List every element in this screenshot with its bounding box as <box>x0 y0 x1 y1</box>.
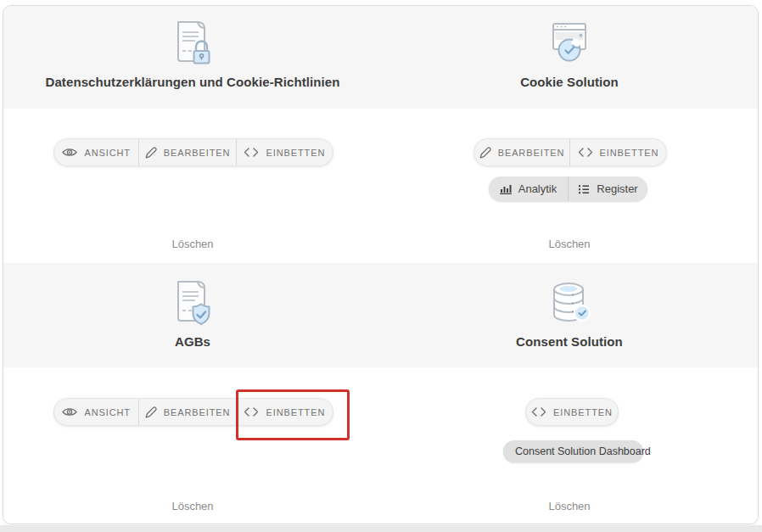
document-lock-icon <box>168 19 217 67</box>
pencil-icon <box>145 406 157 418</box>
integrations-panel: Datenschutzerklärungen und Cookie-Richtl… <box>3 5 759 524</box>
actions-row-privacy-cookie: ANSICHT BEARBEITEN EINBETTEN BEARBEI <box>3 109 758 263</box>
agb-view-button[interactable]: ANSICHT <box>54 399 138 425</box>
cookie-edit-label: BEARBEITEN <box>498 148 565 158</box>
cookie-action-group: BEARBEITEN EINBETTEN <box>473 138 667 166</box>
privacy-banner: Datenschutzerklärungen und Cookie-Richtl… <box>3 6 382 121</box>
code-icon <box>578 148 593 157</box>
cookie-analytics-label: Analytik <box>518 182 557 195</box>
list-icon <box>578 184 590 194</box>
consent-delete-link[interactable]: Löschen <box>380 500 759 512</box>
agb-title: AGBs <box>175 334 210 349</box>
pencil-icon <box>145 147 157 159</box>
code-icon <box>531 407 546 417</box>
banner-row-agb-consent: AGBs Consent Solution <box>3 263 758 367</box>
privacy-edit-button[interactable]: BEARBEITEN <box>138 139 235 165</box>
privacy-title: Datenschutzerklärungen und Cookie-Richtl… <box>45 75 339 89</box>
bar-chart-icon <box>500 183 512 194</box>
database-check-icon <box>546 279 592 327</box>
consent-embed-label: EINBETTEN <box>553 407 613 417</box>
agb-view-label: ANSICHT <box>84 407 131 417</box>
cookie-register-label: Register <box>597 182 637 195</box>
cookie-title: Cookie Solution <box>520 75 619 89</box>
browser-cookie-check-icon <box>546 19 593 67</box>
code-icon <box>244 148 259 157</box>
consent-embed-button[interactable]: EINBETTEN <box>526 399 618 425</box>
privacy-delete-link[interactable]: Löschen <box>3 238 382 250</box>
consent-dashboard-button[interactable]: Consent Solution Dashboard <box>503 440 643 462</box>
eye-icon <box>62 147 77 158</box>
agb-banner: AGBs <box>3 263 382 383</box>
consent-banner: Consent Solution <box>380 263 759 383</box>
privacy-edit-label: BEARBEITEN <box>164 148 231 158</box>
cookie-register-button[interactable]: Register <box>568 176 647 201</box>
cookie-analytics-button[interactable]: Analytik <box>489 176 568 201</box>
consent-action-group: EINBETTEN <box>525 398 619 426</box>
document-shield-check-icon <box>171 279 215 327</box>
cookie-embed-button[interactable]: EINBETTEN <box>569 139 666 165</box>
eye-icon <box>62 406 77 417</box>
banner-row-privacy-cookie: Datenschutzerklärungen und Cookie-Richtl… <box>3 6 758 109</box>
cookie-edit-button[interactable]: BEARBEITEN <box>474 139 569 165</box>
cookie-secondary-group: Analytik Register <box>489 176 647 201</box>
privacy-embed-label: EINBETTEN <box>266 148 325 158</box>
agb-delete-link[interactable]: Löschen <box>3 500 382 512</box>
cookie-embed-label: EINBETTEN <box>600 148 659 158</box>
privacy-action-group: ANSICHT BEARBEITEN EINBETTEN <box>53 138 333 166</box>
consent-title: Consent Solution <box>516 334 623 349</box>
page-background-strip <box>0 525 762 532</box>
privacy-view-button[interactable]: ANSICHT <box>54 139 138 165</box>
database-check-icon <box>545 278 594 327</box>
document-shield-check-icon <box>168 278 217 327</box>
actions-row-agb-consent: ANSICHT BEARBEITEN EINBETTEN <box>3 367 758 524</box>
agb-edit-button[interactable]: BEARBEITEN <box>138 399 235 425</box>
cookie-delete-link[interactable]: Löschen <box>380 238 759 250</box>
document-lock-icon <box>171 20 215 67</box>
cookie-banner: Cookie Solution <box>380 6 759 121</box>
highlight-box-agb-embed <box>236 389 350 440</box>
privacy-view-label: ANSICHT <box>84 148 131 158</box>
browser-cookie-check-icon <box>545 19 594 67</box>
privacy-embed-button[interactable]: EINBETTEN <box>236 139 333 165</box>
pencil-icon <box>479 147 491 159</box>
agb-edit-label: BEARBEITEN <box>164 407 231 417</box>
